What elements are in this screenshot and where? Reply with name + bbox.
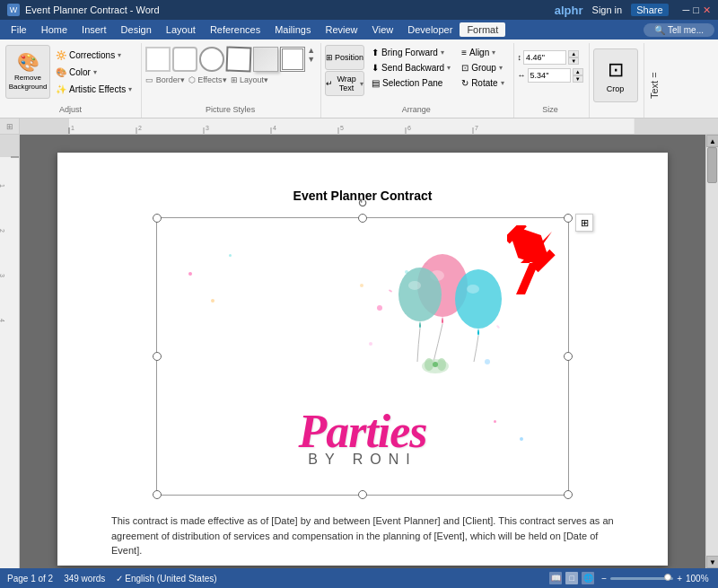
zoom-slider[interactable] xyxy=(610,577,673,580)
send-backward-button[interactable]: ⬇ Send Backward ▾ xyxy=(368,60,454,75)
height-row: ↕ ▲ ▼ xyxy=(518,50,583,65)
style-box-2[interactable] xyxy=(172,47,197,72)
menu-format[interactable]: Format xyxy=(460,22,505,37)
color-button[interactable]: 🎨 Color ▾ xyxy=(52,64,136,80)
adjust-tools: 🔆 Corrections ▾ 🎨 Color ▾ ✨ Artistic Eff… xyxy=(52,47,136,97)
style-box-5[interactable] xyxy=(253,47,278,72)
corrections-button[interactable]: 🔆 Corrections ▾ xyxy=(52,47,136,63)
group-icon: ⊡ xyxy=(461,63,468,73)
tell-me-box[interactable]: 🔍 Tell me... xyxy=(644,23,714,37)
svg-rect-29 xyxy=(389,289,392,293)
menu-view[interactable]: View xyxy=(365,22,401,37)
zoom-level[interactable]: 100% xyxy=(686,574,711,584)
width-input[interactable] xyxy=(528,68,571,83)
picture-effects-btn[interactable]: ⬡ Effects▾ xyxy=(188,75,227,84)
check-icon: ✓ xyxy=(116,574,123,584)
resize-handle-ml[interactable] xyxy=(153,352,162,361)
parties-text: Parties xyxy=(175,408,550,455)
word-icon: W xyxy=(7,4,20,16)
color-icon: 🎨 xyxy=(56,67,66,77)
rotate-handle[interactable]: ↻ xyxy=(357,196,368,210)
svg-point-37 xyxy=(408,281,421,290)
read-mode-icon[interactable]: 📖 xyxy=(549,572,562,584)
group-button[interactable]: ⊡ Group ▾ xyxy=(458,60,507,75)
menu-insert[interactable]: Insert xyxy=(74,22,114,37)
content-area: 1 2 3 4 Event Planner Contract ↻ ⊞ xyxy=(0,135,718,568)
resize-handle-bm[interactable] xyxy=(358,490,367,499)
picture-border-btn[interactable]: ▭ Border▾ xyxy=(145,75,185,84)
style-box-3[interactable] xyxy=(199,47,224,72)
status-right: 📖 □ 🌐 − + 100% xyxy=(549,572,711,584)
picture-layout-btn[interactable]: ⊞ Layout▾ xyxy=(231,75,269,84)
height-decrement[interactable]: ▼ xyxy=(568,57,579,65)
style-scroll-up[interactable]: ▲ xyxy=(307,47,315,55)
crop-button[interactable]: ⊡ Crop xyxy=(593,48,638,102)
ruler-corner[interactable]: ⊞ xyxy=(0,118,20,134)
menu-mailings[interactable]: Mailings xyxy=(267,22,318,37)
position-button[interactable]: ⊞ Position xyxy=(325,45,364,70)
resize-handle-mr[interactable] xyxy=(564,352,573,361)
bring-forward-button[interactable]: ⬆ Bring Forward ▾ xyxy=(368,45,454,59)
print-layout-icon[interactable]: □ xyxy=(565,572,578,584)
resize-handle-tl[interactable] xyxy=(153,214,162,223)
resize-handle-br[interactable] xyxy=(564,490,573,499)
wrap-text-button[interactable]: ↵ Wrap Text ▾ xyxy=(325,71,364,96)
zoom-in-button[interactable]: + xyxy=(677,574,682,584)
logo-text: Parties BY RONI xyxy=(175,408,550,468)
position-wrap: ⊞ Position ↵ Wrap Text ▾ xyxy=(325,45,364,96)
menu-file[interactable]: File xyxy=(4,22,34,37)
width-increment[interactable]: ▲ xyxy=(573,68,583,75)
resize-handle-tm[interactable] xyxy=(358,214,367,223)
web-layout-icon[interactable]: 🌐 xyxy=(582,572,594,584)
vertical-scrollbar: ▲ ▼ xyxy=(705,135,718,568)
svg-point-39 xyxy=(425,358,433,371)
width-row: ↔ ▲ ▼ xyxy=(518,68,583,83)
image-frame[interactable]: ↻ ⊞ xyxy=(156,217,569,496)
align-button[interactable]: ≡ Align ▾ xyxy=(458,45,507,59)
menu-developer[interactable]: Developer xyxy=(400,22,460,37)
page-indicator: Page 1 of 2 xyxy=(7,574,53,584)
zoom-out-button[interactable]: − xyxy=(601,574,607,584)
resize-handle-tr[interactable] xyxy=(564,214,573,223)
width-label: ↔ xyxy=(518,71,526,80)
layout-options-button[interactable]: ⊞ xyxy=(575,214,593,232)
rotate-button[interactable]: ↻ Rotate ▾ xyxy=(458,75,507,90)
width-decrement[interactable]: ▼ xyxy=(573,75,583,83)
menu-review[interactable]: Review xyxy=(319,22,365,37)
style-box-4[interactable] xyxy=(226,47,252,73)
ribbon-group-picture-styles: ▲ ▼ ▭ Border▾ ⬡ Effects▾ ⊞ Layout▾ Pictu… xyxy=(142,43,321,118)
app-name: alphr xyxy=(555,4,583,17)
zoom-thumb[interactable] xyxy=(664,574,671,581)
selection-pane-button[interactable]: ▤ Selection Pane xyxy=(368,75,454,90)
scroll-up-button[interactable]: ▲ xyxy=(706,135,718,147)
confetti-2 xyxy=(229,254,232,257)
title-bar-right: alphr Sign in Share ─ □ ✕ xyxy=(555,4,711,17)
svg-text:5: 5 xyxy=(340,125,344,131)
scrollbar-track[interactable] xyxy=(706,147,718,556)
menu-layout[interactable]: Layout xyxy=(159,22,203,37)
menu-design[interactable]: Design xyxy=(114,22,159,37)
svg-rect-2 xyxy=(635,118,718,134)
sign-in[interactable]: Sign in xyxy=(592,4,623,15)
share-btn[interactable]: Share xyxy=(631,4,668,16)
window-controls[interactable]: ─ □ ✕ xyxy=(683,4,711,16)
resize-handle-bl[interactable] xyxy=(153,490,162,499)
svg-text:4: 4 xyxy=(273,125,276,131)
artistic-effects-button[interactable]: ✨ Artistic Effects ▾ xyxy=(52,81,136,97)
menu-references[interactable]: References xyxy=(203,22,267,37)
document-scroll[interactable]: Event Planner Contract ↻ ⊞ xyxy=(20,135,705,568)
remove-background-button[interactable]: 🎨 Remove Background xyxy=(5,45,50,99)
arrange-top: ⊞ Position ↵ Wrap Text ▾ ⬆ Bring Forward… xyxy=(325,45,508,96)
style-box-1[interactable] xyxy=(145,47,171,72)
menu-home[interactable]: Home xyxy=(34,22,74,37)
height-input[interactable] xyxy=(523,50,566,65)
title-bar-left: W Event Planner Contract - Word xyxy=(7,4,160,16)
arrange-col3: ≡ Align ▾ ⊡ Group ▾ ↻ Rotate ▾ xyxy=(458,45,507,96)
picture-styles-area: ▲ ▼ xyxy=(145,45,315,74)
style-scroll-down[interactable]: ▼ xyxy=(307,56,315,64)
scroll-down-button[interactable]: ▼ xyxy=(706,556,718,568)
style-scroll: ▲ ▼ xyxy=(307,47,315,72)
scrollbar-thumb[interactable] xyxy=(707,147,717,183)
height-increment[interactable]: ▲ xyxy=(568,50,579,57)
style-box-6[interactable] xyxy=(280,47,305,72)
